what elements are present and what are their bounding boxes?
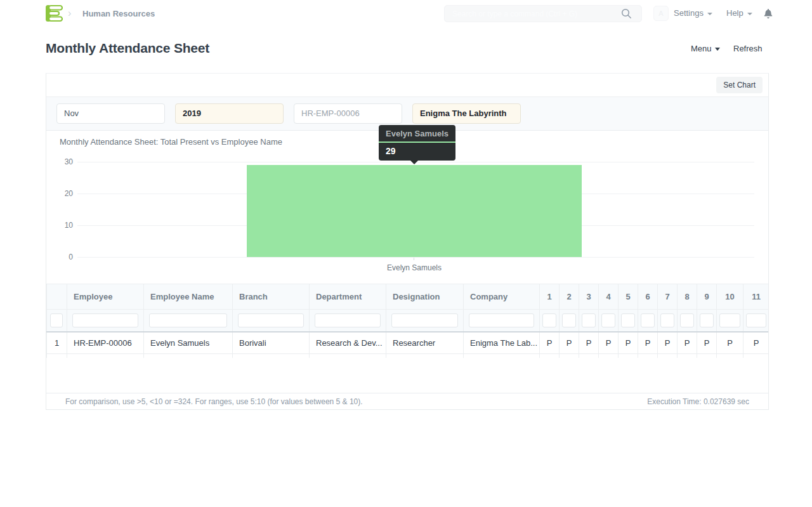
y-axis-tick: 0 — [46, 253, 73, 261]
column-filter-input[interactable] — [601, 313, 615, 327]
column-filter-input[interactable] — [641, 313, 655, 327]
menu-label: Menu — [691, 44, 712, 53]
column-filter-input[interactable] — [582, 313, 596, 327]
table-row[interactable]: 1 HR-EMP-00006 Evelyn Samuels Borivali R… — [47, 332, 769, 354]
filter-employee[interactable]: HR-EMP-00006 — [294, 103, 402, 124]
breadcrumb[interactable]: Human Resources — [82, 9, 155, 18]
chart-bar[interactable] — [247, 165, 582, 257]
tooltip-caret-icon — [410, 161, 418, 164]
column-filter-input[interactable] — [238, 313, 304, 327]
cell-employee-name[interactable]: Evelyn Samuels — [144, 332, 233, 354]
page-head: Monthly Attendance Sheet Menu Refresh — [0, 27, 812, 71]
x-axis-label: Evelyn Samuels — [351, 263, 478, 272]
chevron-down-icon — [747, 13, 752, 15]
report-footer: For comparison, use >5, <10 or =324. For… — [46, 393, 768, 409]
help-label: Help — [726, 8, 743, 18]
column-header-employee[interactable]: Employee — [67, 284, 144, 310]
navbar-search-input[interactable] — [444, 5, 642, 22]
chevron-right-icon: › — [68, 7, 71, 20]
report-toolbar: Set Chart — [46, 74, 768, 97]
column-filter-input[interactable] — [72, 313, 138, 327]
cell-day[interactable]: P — [540, 332, 560, 354]
column-header-index[interactable] — [47, 284, 67, 310]
column-header-day[interactable]: 3 — [579, 284, 599, 310]
app-logo-icon[interactable] — [45, 4, 64, 22]
settings-menu[interactable]: Settings — [674, 8, 712, 18]
tooltip-value: 29 — [379, 143, 455, 161]
column-filter-input[interactable] — [660, 313, 674, 327]
y-axis-tick: 30 — [46, 157, 73, 166]
column-header-day[interactable]: 11 — [743, 284, 769, 310]
cell-designation[interactable]: Researcher — [386, 332, 464, 354]
column-header-day[interactable]: 7 — [658, 284, 678, 310]
table-header-row: Employee Employee Name Branch Department… — [47, 284, 769, 310]
column-header-designation[interactable]: Designation — [386, 284, 464, 310]
menu-button[interactable]: Menu — [691, 44, 720, 53]
cell-day[interactable]: P — [599, 332, 619, 354]
column-header-department[interactable]: Department — [310, 284, 386, 310]
cell-department[interactable]: Research & Dev... — [310, 332, 386, 354]
cell-company[interactable]: Enigma The Lab... — [464, 332, 540, 354]
search-icon[interactable] — [621, 8, 632, 19]
chart-title: Monthly Attendance Sheet: Total Present … — [60, 137, 282, 147]
cell-day[interactable]: P — [560, 332, 579, 354]
chart-tooltip: Evelyn Samuels 29 — [379, 125, 455, 161]
column-filter-input[interactable] — [700, 313, 714, 327]
column-filter-input[interactable] — [719, 313, 740, 327]
column-header-day[interactable]: 6 — [638, 284, 658, 310]
column-filter-input[interactable] — [315, 313, 381, 327]
filter-company[interactable]: Enigma The Labyrinth — [412, 103, 521, 124]
filter-year[interactable]: 2019 — [175, 103, 284, 124]
footer-hint: For comparison, use >5, <10 or =324. For… — [65, 397, 363, 406]
column-header-day[interactable]: 5 — [619, 284, 638, 310]
filter-month[interactable]: Nov — [56, 103, 165, 124]
x-axis-tick-mark — [414, 258, 414, 260]
column-filter-input[interactable] — [542, 313, 556, 327]
chevron-down-icon — [707, 13, 712, 15]
column-header-day[interactable]: 4 — [599, 284, 619, 310]
table-filter-row — [47, 310, 769, 332]
cell-day[interactable]: P — [717, 332, 743, 354]
column-filter-input[interactable] — [562, 313, 576, 327]
column-filter-input[interactable] — [50, 313, 63, 327]
cell-day[interactable]: P — [743, 332, 769, 354]
avatar[interactable]: A — [653, 6, 669, 21]
column-header-day[interactable]: 8 — [678, 284, 697, 310]
column-filter-input[interactable] — [746, 313, 766, 327]
column-header-day[interactable]: 1 — [540, 284, 560, 310]
column-header-employee-name[interactable]: Employee Name — [144, 284, 233, 310]
column-header-company[interactable]: Company — [464, 284, 540, 310]
refresh-button[interactable]: Refresh — [733, 44, 763, 53]
cell-branch[interactable]: Borivali — [233, 332, 310, 354]
chevron-down-icon — [715, 48, 720, 51]
column-filter-input[interactable] — [680, 313, 694, 327]
table-stub-row — [47, 354, 769, 358]
set-chart-button[interactable]: Set Chart — [716, 77, 763, 93]
column-filter-input[interactable] — [149, 313, 227, 327]
row-index: 1 — [47, 332, 67, 354]
column-header-day[interactable]: 2 — [560, 284, 579, 310]
cell-day[interactable]: P — [638, 332, 658, 354]
column-header-branch[interactable]: Branch — [233, 284, 310, 310]
column-header-day[interactable]: 9 — [697, 284, 717, 310]
navbar: › Human Resources A Settings Help — [0, 0, 812, 27]
cell-day[interactable]: P — [619, 332, 638, 354]
page-title: Monthly Attendance Sheet — [46, 41, 209, 56]
cell-day[interactable]: P — [579, 332, 599, 354]
execution-time: Execution Time: 0.027639 sec — [647, 397, 749, 406]
tooltip-title: Evelyn Samuels — [379, 125, 455, 143]
column-header-day[interactable]: 10 — [717, 284, 743, 310]
cell-day[interactable]: P — [678, 332, 697, 354]
y-axis-tick: 10 — [46, 221, 73, 230]
bell-icon[interactable] — [764, 8, 773, 18]
y-axis-tick: 20 — [46, 189, 73, 198]
column-filter-input[interactable] — [391, 313, 458, 327]
column-filter-input[interactable] — [469, 313, 534, 327]
help-menu[interactable]: Help — [726, 8, 752, 18]
cell-day[interactable]: P — [697, 332, 717, 354]
column-filter-input[interactable] — [621, 313, 635, 327]
cell-day[interactable]: P — [658, 332, 678, 354]
cell-employee[interactable]: HR-EMP-00006 — [67, 332, 144, 354]
settings-label: Settings — [674, 8, 704, 18]
datatable: Employee Employee Name Branch Department… — [46, 284, 768, 358]
